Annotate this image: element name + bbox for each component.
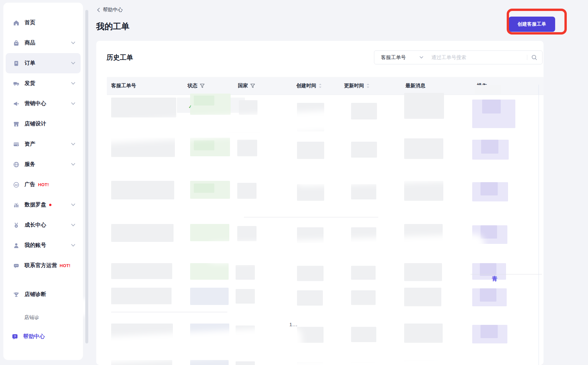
column-label: 更新时间 (344, 83, 364, 89)
sidebar: 首页商品订单发货营销中心店铺设计资产服务AD广告HOT!数据罗盘成长中心我的账号… (3, 3, 83, 360)
redacted-block (190, 224, 229, 241)
redacted-block (404, 263, 442, 281)
redacted-block (190, 288, 229, 305)
redacted-block (194, 183, 214, 193)
table-right-border (539, 85, 539, 365)
action-text-fragment[interactable]: 青 (492, 275, 497, 283)
redacted-block (472, 325, 507, 343)
redacted-block (404, 93, 444, 119)
divider (107, 95, 544, 95)
chart-icon (13, 202, 20, 208)
sidebar-item-assets[interactable]: 资产 (6, 134, 81, 154)
sidebar-item-account[interactable]: 我的账号 (6, 235, 81, 256)
column-label: 操作 (477, 83, 487, 89)
redacted-block (111, 288, 172, 304)
sidebar-item-label: 订单 (25, 60, 36, 67)
sidebar-item-label: 营销中心 (25, 100, 46, 107)
chevron-down-icon (71, 244, 75, 247)
chevron-down-icon (71, 203, 75, 206)
sidebar-item-orders[interactable]: 订单 (6, 53, 81, 73)
row-divider (244, 217, 378, 217)
redacted-block (404, 138, 443, 159)
redacted-block (297, 184, 324, 201)
chevron-down-icon (71, 143, 75, 146)
notification-dot (49, 204, 51, 206)
redacted-block (236, 265, 255, 280)
page-scrollbar[interactable] (85, 10, 88, 343)
sidebar-item-home[interactable]: 首页 (6, 13, 81, 33)
redacted-block (190, 138, 230, 156)
redacted-block (351, 103, 377, 119)
sort-icon[interactable] (366, 83, 370, 88)
sidebar-item-growth[interactable]: 成长中心 (6, 215, 81, 235)
ad-icon: AD (13, 182, 20, 188)
hot-badge: HOT! (38, 182, 49, 187)
sidebar-item-shipping[interactable]: 发货 (6, 73, 81, 94)
sidebar-item-label: 服务 (25, 161, 36, 168)
redacted-block (404, 224, 443, 243)
redacted-block (190, 94, 231, 115)
redacted-block (111, 263, 172, 279)
redacted-block (111, 224, 174, 242)
chevron-down-icon (71, 41, 75, 44)
sidebar-item-ads[interactable]: AD广告HOT! (6, 175, 81, 195)
page-title: 我的工单 (96, 21, 129, 32)
sidebar-item-help-center[interactable]: ? 帮助中心 (12, 333, 45, 340)
search-icon[interactable] (527, 54, 542, 60)
home-icon (13, 20, 20, 26)
bag-icon (13, 40, 20, 46)
sidebar-item-data-compass[interactable]: 数据罗盘 (6, 195, 81, 215)
redacted-block (236, 326, 255, 341)
column-label: 最新消息 (405, 83, 425, 89)
redacted-block (351, 142, 377, 158)
search-input[interactable]: 通过工单号搜索 (431, 54, 466, 61)
redacted-block (237, 140, 257, 156)
search-type-select[interactable]: 客服工单号 (374, 54, 427, 61)
truck-icon (13, 80, 20, 87)
column-label: 创建时间 (296, 83, 316, 89)
redacted-block (481, 140, 498, 154)
redacted-block (480, 288, 496, 302)
redacted-block (297, 290, 323, 306)
sidebar-item-products[interactable]: 商品 (6, 33, 81, 53)
breadcrumb[interactable]: 帮助中心 (97, 7, 123, 13)
order-icon (13, 60, 20, 67)
redaction-streak (96, 110, 342, 145)
sidebar-item-label: 帮助中心 (23, 333, 45, 340)
sidebar-nav: 首页商品订单发货营销中心店铺设计资产服务AD广告HOT!数据罗盘成长中心我的账号… (3, 3, 83, 305)
column-header-created-at: 创建时间 (292, 83, 340, 89)
chevron-down-icon (71, 82, 75, 85)
sidebar-item-marketing[interactable]: 营销中心 (6, 94, 81, 114)
redacted-block (351, 266, 376, 280)
history-tickets-panel: 历史工单 客服工单号 通过工单号搜索 客服工单号状态国家创建时间更新时间最新消息… (96, 41, 544, 365)
filter-icon[interactable] (200, 84, 205, 88)
redacted-block (404, 324, 443, 343)
row-divider (471, 274, 542, 274)
cell-text-fragment: 1... (289, 322, 298, 327)
sidebar-item-label: 店铺设计 (25, 120, 46, 127)
redacted-block (480, 182, 498, 195)
column-label: 国家 (238, 83, 248, 89)
redacted-block (404, 360, 442, 365)
redaction-overlay (29, 299, 87, 316)
row-divider (111, 312, 227, 312)
redaction-streak (96, 327, 303, 364)
sidebar-item-contact-ops[interactable]: 联系官方运营HOT! (6, 256, 81, 276)
column-header-actions: 操作 (473, 83, 544, 89)
column-label: 状态 (187, 83, 197, 89)
sidebar-item-store-design[interactable]: 店铺设计 (6, 114, 81, 134)
question-icon: ? (12, 333, 18, 340)
filter-icon[interactable] (250, 84, 255, 88)
redacted-block (297, 327, 324, 343)
sort-icon[interactable] (319, 83, 322, 88)
sidebar-item-label: 广告 (25, 181, 36, 188)
redacted-block (236, 361, 255, 365)
redacted-block (111, 138, 175, 157)
redacted-block (111, 181, 174, 199)
column-header-status: 状态 (183, 83, 234, 89)
red-highlight-annotation (507, 9, 567, 35)
sidebar-item-services[interactable]: 服务 (6, 154, 81, 175)
store-icon (13, 121, 20, 127)
sidebar-item-label: 发货 (25, 80, 36, 87)
sidebar-item-label: 联系官方运营 (25, 262, 57, 269)
